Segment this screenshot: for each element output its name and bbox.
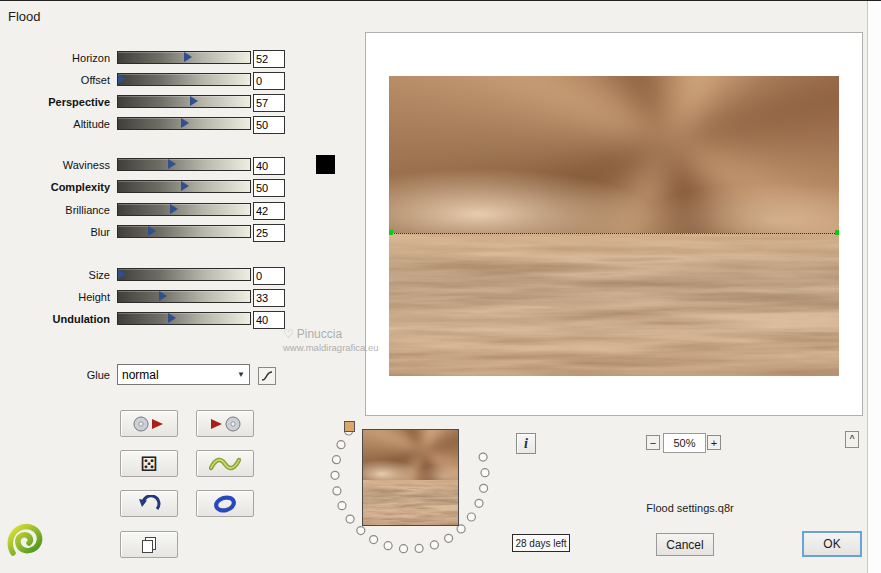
zoom-level: 50% <box>663 433 706 453</box>
memory-slot-indicator[interactable] <box>344 421 355 432</box>
height-slider-thumb[interactable] <box>159 291 167 301</box>
color-swatch[interactable] <box>316 155 335 174</box>
wave-preset-button[interactable] <box>196 450 254 477</box>
slider-row-complexity: Complexity <box>0 179 292 196</box>
glue-label: Glue <box>0 368 110 382</box>
undulation-slider[interactable] <box>117 312 251 325</box>
offset-slider[interactable] <box>117 73 251 86</box>
blur-slider-thumb[interactable] <box>148 226 156 236</box>
zoom-in-button[interactable]: + <box>707 435 721 450</box>
size-slider-thumb[interactable] <box>118 269 126 279</box>
slider-row-undulation: Undulation <box>0 311 292 328</box>
slider-row-waviness: Waviness <box>0 157 292 174</box>
wave-ribbon-icon <box>209 456 241 472</box>
altitude-label: Altitude <box>0 117 110 131</box>
undo-arrow-icon <box>137 495 161 513</box>
horizon-handle-left[interactable] <box>389 230 393 235</box>
slider-row-height: Height <box>0 289 292 306</box>
slider-row-altitude: Altitude <box>0 116 292 133</box>
slider-row-brilliance: Brilliance <box>0 202 292 219</box>
perspective-slider[interactable] <box>117 95 251 108</box>
complexity-slider-thumb[interactable] <box>181 181 189 191</box>
glue-select-wrap: normal ▼ <box>117 364 250 385</box>
thumbnail-sky <box>363 430 458 480</box>
offset-value-input[interactable] <box>253 72 285 90</box>
waviness-value-input[interactable] <box>253 157 285 175</box>
altitude-value-input[interactable] <box>253 116 285 134</box>
info-button[interactable]: i <box>516 433 536 454</box>
brilliance-label: Brilliance <box>0 203 110 217</box>
glue-curve-button[interactable] <box>258 367 276 385</box>
s-curve-icon <box>261 370 273 382</box>
randomize-button[interactable]: ⚄ <box>120 450 178 477</box>
window-edge <box>867 1 881 573</box>
glue-select[interactable]: normal <box>117 364 250 385</box>
watermark-name: Pinuccia <box>297 327 342 341</box>
slider-row-blur: Blur <box>0 224 292 241</box>
watermark: ♡ Pinuccia www.maldiragrafica.eu <box>283 327 379 353</box>
slider-row-perspective: Perspective <box>0 94 292 111</box>
brilliance-value-input[interactable] <box>253 202 285 220</box>
cd-save-icon <box>132 415 166 433</box>
offset-label: Offset <box>0 73 110 87</box>
preview-sky <box>389 76 839 233</box>
perspective-label: Perspective <box>0 95 110 109</box>
memory-save-button[interactable] <box>120 410 178 437</box>
flood-dialog: { "window": { "title": "Flood" }, "slide… <box>0 0 881 573</box>
altitude-slider[interactable] <box>117 117 251 130</box>
slider-row-horizon: Horizon <box>0 50 292 67</box>
memory-thumbnail[interactable] <box>362 429 459 526</box>
size-value-input[interactable] <box>253 267 285 285</box>
glue-row: Glue normal ▼ <box>0 364 292 386</box>
brilliance-slider[interactable] <box>117 203 251 216</box>
horizon-handle-right[interactable] <box>835 230 839 235</box>
horizon-value-input[interactable] <box>253 50 285 68</box>
ok-button[interactable]: OK <box>802 531 862 557</box>
complexity-value-input[interactable] <box>253 179 285 197</box>
memory-load-button[interactable] <box>196 410 254 437</box>
thumbnail-water <box>363 480 458 525</box>
undulation-label: Undulation <box>0 312 110 326</box>
blur-value-input[interactable] <box>253 224 285 242</box>
waviness-slider[interactable] <box>117 158 251 171</box>
preview-image[interactable] <box>389 76 839 376</box>
dice-icon: ⚄ <box>140 454 157 474</box>
slider-row-size: Size <box>0 267 292 284</box>
size-label: Size <box>0 268 110 282</box>
horizon-label: Horizon <box>0 51 110 65</box>
waviness-label: Waviness <box>0 158 110 172</box>
cancel-button[interactable]: Cancel <box>656 533 714 556</box>
trial-days-badge[interactable]: 28 days left <box>512 534 570 552</box>
blur-slider[interactable] <box>117 225 251 238</box>
brilliance-slider-thumb[interactable] <box>170 204 178 214</box>
complexity-label: Complexity <box>0 180 110 194</box>
copy-settings-button[interactable] <box>120 531 178 558</box>
blur-label: Blur <box>0 225 110 239</box>
caret-button[interactable]: ^ <box>845 431 859 448</box>
undulation-slider-thumb[interactable] <box>168 313 176 323</box>
height-value-input[interactable] <box>253 289 285 307</box>
zoom-out-button[interactable]: − <box>646 435 660 450</box>
settings-filename: Flood settings.q8r <box>600 502 780 514</box>
altitude-slider-thumb[interactable] <box>181 118 189 128</box>
size-slider[interactable] <box>117 268 251 281</box>
height-label: Height <box>0 290 110 304</box>
perspective-value-input[interactable] <box>253 94 285 112</box>
waviness-slider-thumb[interactable] <box>168 159 176 169</box>
undulation-value-input[interactable] <box>253 311 285 329</box>
horizon-line[interactable] <box>389 233 839 234</box>
watermark-url: www.maldiragrafica.eu <box>283 342 379 353</box>
heart-icon: ♡ <box>283 327 294 341</box>
copy-pages-icon <box>139 536 159 554</box>
height-slider[interactable] <box>117 290 251 303</box>
cd-load-icon <box>208 415 242 433</box>
horizon-slider[interactable] <box>117 51 251 64</box>
undo-button[interactable] <box>120 490 178 517</box>
reset-ring-button[interactable] <box>196 490 254 517</box>
offset-slider-thumb[interactable] <box>118 74 126 84</box>
complexity-slider[interactable] <box>117 180 251 193</box>
blue-ring-icon <box>211 495 239 513</box>
horizon-slider-thumb[interactable] <box>184 52 192 62</box>
flaming-pear-logo <box>6 521 46 563</box>
perspective-slider-thumb[interactable] <box>190 96 198 106</box>
